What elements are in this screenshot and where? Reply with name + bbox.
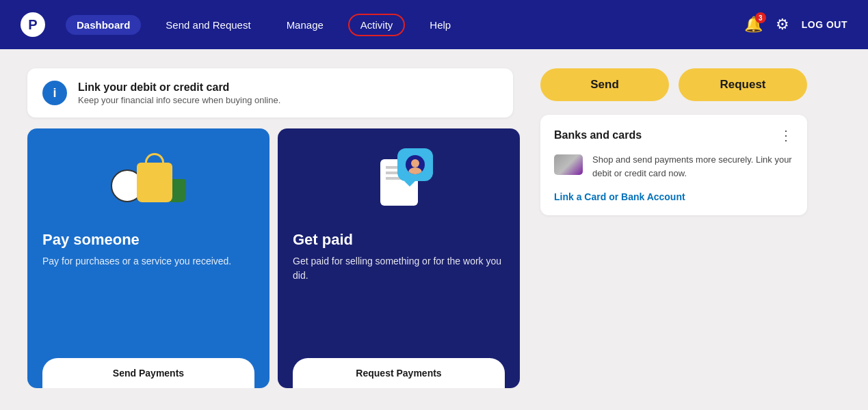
- nav-send-request[interactable]: Send and Request: [155, 15, 261, 35]
- banks-header: Banks and cards ⋮: [554, 127, 793, 144]
- main-content: i Link your debit or credit card Keep yo…: [0, 49, 868, 410]
- info-card-subtitle: Keep your financial info secure when buy…: [78, 95, 280, 105]
- banks-more-icon[interactable]: ⋮: [779, 127, 793, 144]
- left-panel: i Link your debit or credit card Keep yo…: [21, 68, 520, 410]
- right-panel: Send Request Banks and cards ⋮ Shop and …: [520, 68, 807, 410]
- shopping-bag-icon: [137, 163, 172, 202]
- getpaid-card-title: Get paid: [293, 231, 505, 249]
- nav-help[interactable]: Help: [419, 15, 462, 35]
- speech-bubble-icon: [397, 148, 433, 181]
- settings-gear-icon[interactable]: ⚙: [776, 16, 789, 33]
- request-payments-button[interactable]: Request Payments: [293, 358, 505, 388]
- nav-right-actions: 🔔 3 ⚙ LOG OUT: [744, 15, 847, 34]
- notification-bell[interactable]: 🔔 3: [744, 15, 763, 34]
- info-text: Link your debit or credit card Keep your…: [78, 81, 280, 105]
- banks-body: Shop and send payments more securely. Li…: [554, 153, 793, 180]
- info-icon: i: [42, 81, 67, 105]
- pay-someone-card[interactable]: Pay someone Pay for purchases or a servi…: [27, 128, 269, 388]
- promo-cards-row: Pay someone Pay for purchases or a servi…: [21, 128, 520, 388]
- banks-title: Banks and cards: [554, 129, 642, 141]
- logout-button[interactable]: LOG OUT: [802, 19, 847, 30]
- pay-btn-wrap: Send Payments: [27, 358, 269, 388]
- nav-activity[interactable]: Activity: [348, 14, 406, 36]
- send-payments-button[interactable]: Send Payments: [42, 358, 254, 388]
- nav-dashboard[interactable]: Dashboard: [66, 15, 141, 35]
- send-button[interactable]: Send: [540, 68, 669, 101]
- avatar-icon: [406, 155, 425, 174]
- getpaid-btn-wrap: Request Payments: [278, 358, 520, 388]
- getpaid-illustration: [293, 145, 505, 220]
- paypal-logo: P: [21, 12, 45, 37]
- chat-illustration: [365, 148, 433, 217]
- pay-illustration: [42, 145, 254, 220]
- info-card: i Link your debit or credit card Keep yo…: [27, 68, 513, 118]
- get-paid-card[interactable]: Get paid Get paid for selling something …: [278, 128, 520, 388]
- info-card-title: Link your debit or credit card: [78, 81, 280, 94]
- request-button[interactable]: Request: [679, 68, 807, 101]
- banks-section: Banks and cards ⋮ Shop and send payments…: [540, 115, 807, 215]
- nav-manage[interactable]: Manage: [276, 15, 334, 35]
- notification-badge: 3: [755, 12, 766, 23]
- link-card-bank-button[interactable]: Link a Card or Bank Account: [554, 191, 685, 202]
- action-buttons: Send Request: [540, 68, 807, 101]
- navbar: P Dashboard Send and Request Manage Acti…: [0, 0, 868, 49]
- banks-desc: Shop and send payments more securely. Li…: [592, 153, 793, 180]
- pay-card-title: Pay someone: [42, 231, 254, 249]
- card-icon: [554, 154, 583, 175]
